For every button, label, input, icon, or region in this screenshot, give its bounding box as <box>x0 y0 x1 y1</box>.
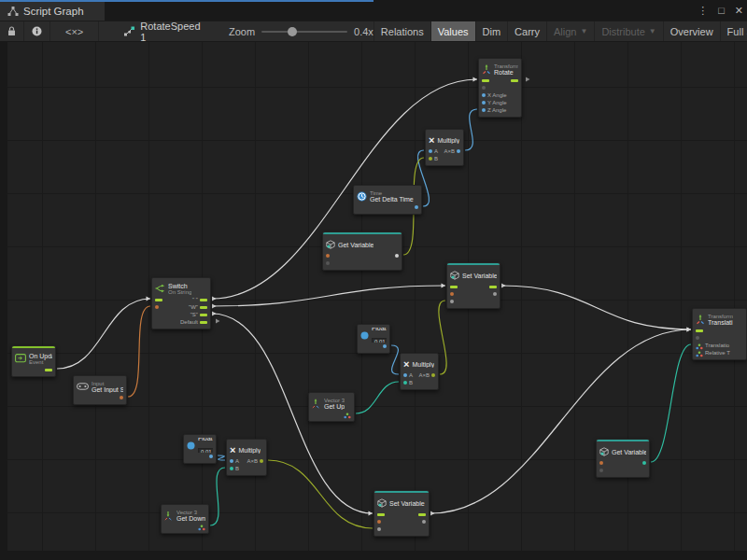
value-port[interactable] <box>450 292 454 296</box>
node-multiply_mid[interactable]: ×MultiplyAA×BB <box>400 353 439 390</box>
value-port[interactable] <box>230 467 233 470</box>
node-get_down[interactable]: Vector 3Get Down <box>161 504 209 534</box>
info-button[interactable] <box>24 21 50 41</box>
node-get_up[interactable]: Vector 3Get Up <box>308 392 355 422</box>
vector3-port[interactable] <box>198 518 205 535</box>
value-port[interactable] <box>326 254 330 258</box>
value-port[interactable] <box>482 108 486 112</box>
node-header: ×Multiply <box>227 442 266 457</box>
flow-port[interactable] <box>200 306 207 309</box>
node-value-field[interactable]: 0.01 <box>372 338 387 343</box>
value-port[interactable] <box>493 292 497 296</box>
canvas-bottom-edge <box>0 551 747 560</box>
node-float_mid[interactable]: Float0.01 <box>357 324 390 354</box>
port-label: A <box>235 458 239 464</box>
port-label: B <box>434 156 438 161</box>
multiply-icon: × <box>429 135 434 146</box>
value-port[interactable] <box>209 455 213 458</box>
flow-port[interactable] <box>696 329 703 332</box>
node-float_bot[interactable]: Float0.01 <box>183 434 217 464</box>
view-button-label: Relations <box>381 26 424 37</box>
view-button-relations[interactable]: Relations <box>374 21 431 41</box>
value-port[interactable] <box>415 205 418 209</box>
value-port[interactable] <box>450 300 454 303</box>
value-port[interactable] <box>482 86 486 90</box>
script-graph-tab[interactable]: Script Graph <box>0 2 105 21</box>
node-get_var_br[interactable]: Get Variable <box>596 439 650 478</box>
graph-canvas[interactable]: On UpdateEventInputGet Input StrinSwitch… <box>0 42 747 560</box>
flow-port[interactable] <box>377 513 385 516</box>
node-multiply_bot[interactable]: ×MultiplyAA×BB <box>226 439 267 476</box>
value-port[interactable] <box>457 149 460 153</box>
vector3-port[interactable] <box>696 344 703 361</box>
node-on_update[interactable]: On UpdateEvent <box>11 345 56 377</box>
value-port[interactable] <box>599 461 603 465</box>
node-multiply_top[interactable]: ×MultiplyAA×BB <box>425 129 464 166</box>
view-button-values[interactable]: Values <box>431 21 476 41</box>
zoom-slider[interactable] <box>261 31 347 33</box>
flow-port[interactable] <box>155 299 162 301</box>
flow-port[interactable] <box>418 513 426 516</box>
node-delta_time[interactable]: TimeGet Delta Time <box>353 185 422 215</box>
flow-port[interactable] <box>482 79 489 82</box>
view-button-carry[interactable]: Carry <box>508 21 547 41</box>
node-rotate[interactable]: TransformRotateX AngleY AngleZ Angle <box>478 58 522 118</box>
node-value-field[interactable]: 0.01 <box>198 448 213 454</box>
value-port[interactable] <box>429 149 432 153</box>
flow-port[interactable] <box>45 369 52 371</box>
node-title: Multiply <box>412 361 434 368</box>
node-get_var_top[interactable]: Get Variable <box>322 231 402 271</box>
value-port[interactable] <box>377 520 381 524</box>
flow-port[interactable] <box>200 321 207 324</box>
flow-port[interactable] <box>200 314 207 316</box>
lock-button[interactable] <box>0 21 24 41</box>
flow-port[interactable] <box>450 286 458 288</box>
node-set_var_mid[interactable]: Set Variable <box>446 262 500 309</box>
node-set_var_bot[interactable]: Set Variable <box>374 490 430 537</box>
graph-reference[interactable]: RotateSpeed 1 <box>123 21 201 41</box>
flow-port[interactable] <box>200 299 207 301</box>
value-port[interactable] <box>377 527 381 531</box>
node-switch[interactable]: SwitchOn String" ""W""S"Default <box>151 277 211 329</box>
value-port[interactable] <box>422 520 426 524</box>
node-translate[interactable]: TransformTranslatiTranslatioRelative T <box>692 308 747 360</box>
port-label: Y Angle <box>487 100 507 105</box>
vector3-up-icon <box>312 399 321 409</box>
view-button-overview[interactable]: Overview <box>664 21 721 41</box>
port-label: B <box>235 466 239 471</box>
value-port[interactable] <box>260 459 263 463</box>
close-button[interactable]: ✕ <box>735 5 743 17</box>
node-header: Get Variable <box>597 444 649 459</box>
menu-button[interactable]: ⋮ <box>698 5 708 17</box>
vector3-port[interactable] <box>344 406 351 423</box>
tab-title: Script Graph <box>23 6 84 17</box>
node-get_input[interactable]: InputGet Input Strin <box>73 375 127 405</box>
flow-port[interactable] <box>489 286 497 288</box>
value-port[interactable] <box>429 157 432 161</box>
value-port[interactable] <box>431 373 435 377</box>
port-label: A×B <box>247 458 258 464</box>
value-port[interactable] <box>403 381 407 385</box>
value-port[interactable] <box>155 305 159 309</box>
view-button-distribute[interactable]: Distribute▼ <box>595 21 663 41</box>
view-button-fullscreen[interactable]: Full Screen <box>721 21 747 41</box>
value-port[interactable] <box>120 396 123 399</box>
zoom-slider-handle[interactable] <box>288 27 297 36</box>
value-port[interactable] <box>230 459 233 463</box>
view-button-label: Align <box>554 26 576 37</box>
maximize-button[interactable]: □ <box>718 5 725 16</box>
code-view-button[interactable]: <×> <box>50 21 99 41</box>
value-port[interactable] <box>482 101 486 105</box>
value-port[interactable] <box>482 93 486 97</box>
value-port[interactable] <box>642 461 646 465</box>
view-button-dim[interactable]: Dim <box>476 21 509 41</box>
view-button-align[interactable]: Align▼ <box>547 21 595 41</box>
value-port[interactable] <box>599 469 603 472</box>
value-port[interactable] <box>326 261 330 265</box>
value-port[interactable] <box>395 254 399 258</box>
flow-port[interactable] <box>511 79 518 82</box>
canvas-left-edge <box>0 42 7 560</box>
value-port[interactable] <box>403 373 407 377</box>
value-port[interactable] <box>383 344 387 348</box>
info-icon <box>32 26 42 36</box>
